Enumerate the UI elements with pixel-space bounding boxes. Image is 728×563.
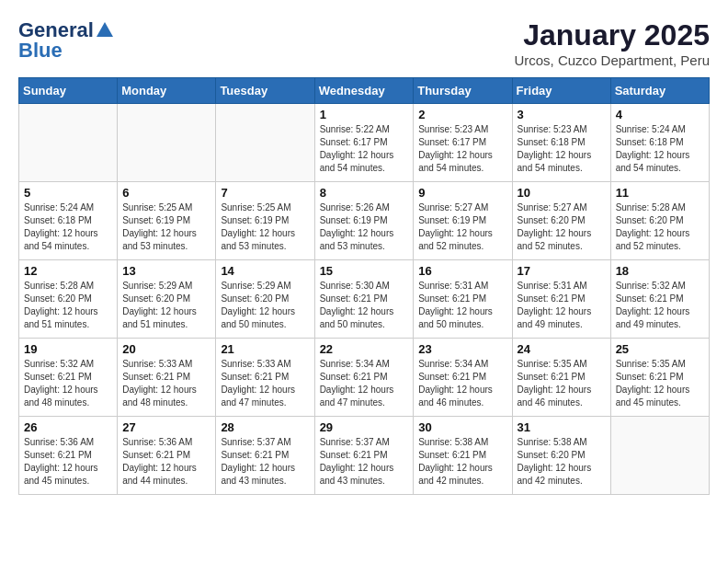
- day-number: 29: [320, 420, 409, 434]
- calendar-cell: 17Sunrise: 5:31 AM Sunset: 6:21 PM Dayli…: [512, 260, 610, 339]
- calendar-cell: 5Sunrise: 5:24 AM Sunset: 6:18 PM Daylig…: [19, 182, 118, 260]
- calendar-cell: 21Sunrise: 5:33 AM Sunset: 6:21 PM Dayli…: [216, 339, 314, 417]
- page-title: January 2025: [514, 18, 710, 52]
- day-info: Sunrise: 5:23 AM Sunset: 6:18 PM Dayligh…: [518, 123, 606, 175]
- day-info: Sunrise: 5:34 AM Sunset: 6:21 PM Dayligh…: [418, 358, 506, 409]
- day-number: 4: [616, 108, 704, 121]
- calendar-header-saturday: Saturday: [610, 78, 709, 104]
- calendar-cell: 2Sunrise: 5:23 AM Sunset: 6:17 PM Daylig…: [414, 104, 512, 182]
- calendar-cell: 12Sunrise: 5:28 AM Sunset: 6:20 PM Dayli…: [19, 260, 118, 339]
- day-number: 7: [221, 186, 309, 200]
- calendar-cell: 31Sunrise: 5:38 AM Sunset: 6:20 PM Dayli…: [512, 417, 610, 495]
- day-number: 16: [418, 264, 506, 278]
- day-info: Sunrise: 5:38 AM Sunset: 6:21 PM Dayligh…: [418, 436, 506, 488]
- calendar-cell: 4Sunrise: 5:24 AM Sunset: 6:18 PM Daylig…: [610, 104, 709, 182]
- day-info: Sunrise: 5:24 AM Sunset: 6:18 PM Dayligh…: [24, 201, 112, 253]
- calendar-cell: 16Sunrise: 5:31 AM Sunset: 6:21 PM Dayli…: [414, 260, 512, 339]
- calendar-header-thursday: Thursday: [414, 78, 512, 104]
- calendar-cell: 30Sunrise: 5:38 AM Sunset: 6:21 PM Dayli…: [414, 417, 512, 495]
- calendar-week-5: 26Sunrise: 5:36 AM Sunset: 6:21 PM Dayli…: [19, 417, 710, 495]
- calendar-week-3: 12Sunrise: 5:28 AM Sunset: 6:20 PM Dayli…: [19, 260, 710, 339]
- calendar-cell: 27Sunrise: 5:36 AM Sunset: 6:21 PM Dayli…: [118, 417, 216, 495]
- day-number: 27: [122, 420, 210, 434]
- day-number: 9: [418, 186, 506, 200]
- day-number: 10: [518, 186, 606, 200]
- calendar-cell: 7Sunrise: 5:25 AM Sunset: 6:19 PM Daylig…: [216, 182, 314, 260]
- day-info: Sunrise: 5:37 AM Sunset: 6:21 PM Dayligh…: [320, 436, 409, 488]
- day-info: Sunrise: 5:27 AM Sunset: 6:19 PM Dayligh…: [418, 201, 506, 253]
- day-number: 14: [221, 264, 309, 278]
- calendar-cell: 26Sunrise: 5:36 AM Sunset: 6:21 PM Dayli…: [19, 417, 118, 495]
- day-number: 23: [418, 342, 506, 356]
- day-info: Sunrise: 5:34 AM Sunset: 6:21 PM Dayligh…: [320, 358, 409, 409]
- day-info: Sunrise: 5:32 AM Sunset: 6:21 PM Dayligh…: [616, 280, 704, 331]
- day-info: Sunrise: 5:35 AM Sunset: 6:21 PM Dayligh…: [616, 358, 704, 409]
- day-number: 26: [24, 420, 112, 434]
- calendar-cell: 15Sunrise: 5:30 AM Sunset: 6:21 PM Dayli…: [314, 260, 414, 339]
- calendar-cell: 3Sunrise: 5:23 AM Sunset: 6:18 PM Daylig…: [512, 104, 610, 182]
- day-info: Sunrise: 5:31 AM Sunset: 6:21 PM Dayligh…: [418, 280, 506, 331]
- day-info: Sunrise: 5:25 AM Sunset: 6:19 PM Dayligh…: [221, 201, 309, 253]
- day-number: 21: [221, 342, 309, 356]
- day-info: Sunrise: 5:23 AM Sunset: 6:17 PM Dayligh…: [418, 123, 506, 175]
- day-number: 8: [320, 186, 409, 200]
- calendar-header-monday: Monday: [118, 78, 216, 104]
- day-number: 28: [221, 420, 309, 434]
- calendar-cell: 18Sunrise: 5:32 AM Sunset: 6:21 PM Dayli…: [610, 260, 709, 339]
- calendar-header-row: SundayMondayTuesdayWednesdayThursdayFrid…: [19, 78, 710, 104]
- calendar-cell: 14Sunrise: 5:29 AM Sunset: 6:20 PM Dayli…: [216, 260, 314, 339]
- day-info: Sunrise: 5:38 AM Sunset: 6:20 PM Dayligh…: [518, 436, 606, 488]
- calendar-table: SundayMondayTuesdayWednesdayThursdayFrid…: [18, 77, 710, 495]
- calendar-cell: 1Sunrise: 5:22 AM Sunset: 6:17 PM Daylig…: [314, 104, 414, 182]
- logo-blue: Blue: [18, 39, 63, 63]
- day-info: Sunrise: 5:33 AM Sunset: 6:21 PM Dayligh…: [122, 358, 210, 409]
- day-info: Sunrise: 5:32 AM Sunset: 6:21 PM Dayligh…: [24, 358, 112, 409]
- day-number: 2: [418, 108, 506, 121]
- calendar-cell: 9Sunrise: 5:27 AM Sunset: 6:19 PM Daylig…: [414, 182, 512, 260]
- calendar-cell: 23Sunrise: 5:34 AM Sunset: 6:21 PM Dayli…: [414, 339, 512, 417]
- calendar-week-4: 19Sunrise: 5:32 AM Sunset: 6:21 PM Dayli…: [19, 339, 710, 417]
- calendar-cell: 13Sunrise: 5:29 AM Sunset: 6:20 PM Dayli…: [118, 260, 216, 339]
- day-info: Sunrise: 5:31 AM Sunset: 6:21 PM Dayligh…: [518, 280, 606, 331]
- day-number: 18: [616, 264, 704, 278]
- day-number: 22: [320, 342, 409, 356]
- day-number: 19: [24, 342, 112, 356]
- day-number: 12: [24, 264, 112, 278]
- calendar-cell: 11Sunrise: 5:28 AM Sunset: 6:20 PM Dayli…: [610, 182, 709, 260]
- calendar-cell: [118, 104, 216, 182]
- title-block: January 2025 Urcos, Cuzco Department, Pe…: [514, 18, 710, 68]
- calendar-cell: [19, 104, 118, 182]
- day-number: 13: [122, 264, 210, 278]
- calendar-cell: 6Sunrise: 5:25 AM Sunset: 6:19 PM Daylig…: [118, 182, 216, 260]
- day-info: Sunrise: 5:35 AM Sunset: 6:21 PM Dayligh…: [518, 358, 606, 409]
- calendar-header-tuesday: Tuesday: [216, 78, 314, 104]
- day-number: 17: [518, 264, 606, 278]
- day-info: Sunrise: 5:28 AM Sunset: 6:20 PM Dayligh…: [616, 201, 704, 253]
- day-number: 5: [24, 186, 112, 200]
- day-number: 25: [616, 342, 704, 356]
- day-info: Sunrise: 5:28 AM Sunset: 6:20 PM Dayligh…: [24, 280, 112, 331]
- day-info: Sunrise: 5:33 AM Sunset: 6:21 PM Dayligh…: [221, 358, 309, 409]
- day-number: 6: [122, 186, 210, 200]
- day-info: Sunrise: 5:36 AM Sunset: 6:21 PM Dayligh…: [122, 436, 210, 488]
- calendar-cell: 24Sunrise: 5:35 AM Sunset: 6:21 PM Dayli…: [512, 339, 610, 417]
- calendar-cell: 22Sunrise: 5:34 AM Sunset: 6:21 PM Dayli…: [314, 339, 414, 417]
- calendar-cell: [216, 104, 314, 182]
- day-info: Sunrise: 5:26 AM Sunset: 6:19 PM Dayligh…: [320, 201, 409, 253]
- calendar-cell: 25Sunrise: 5:35 AM Sunset: 6:21 PM Dayli…: [610, 339, 709, 417]
- day-number: 3: [518, 108, 606, 121]
- calendar-cell: 10Sunrise: 5:27 AM Sunset: 6:20 PM Dayli…: [512, 182, 610, 260]
- calendar-cell: [610, 417, 709, 495]
- logo-triangle-icon: [95, 20, 115, 40]
- logo: General Blue: [18, 18, 115, 63]
- page-subtitle: Urcos, Cuzco Department, Peru: [514, 52, 710, 68]
- page-header: General Blue January 2025 Urcos, Cuzco D…: [18, 18, 710, 68]
- day-info: Sunrise: 5:25 AM Sunset: 6:19 PM Dayligh…: [122, 201, 210, 253]
- day-info: Sunrise: 5:27 AM Sunset: 6:20 PM Dayligh…: [518, 201, 606, 253]
- day-info: Sunrise: 5:24 AM Sunset: 6:18 PM Dayligh…: [616, 123, 704, 175]
- calendar-cell: 8Sunrise: 5:26 AM Sunset: 6:19 PM Daylig…: [314, 182, 414, 260]
- day-info: Sunrise: 5:29 AM Sunset: 6:20 PM Dayligh…: [122, 280, 210, 331]
- calendar-cell: 20Sunrise: 5:33 AM Sunset: 6:21 PM Dayli…: [118, 339, 216, 417]
- day-number: 15: [320, 264, 409, 278]
- day-number: 24: [518, 342, 606, 356]
